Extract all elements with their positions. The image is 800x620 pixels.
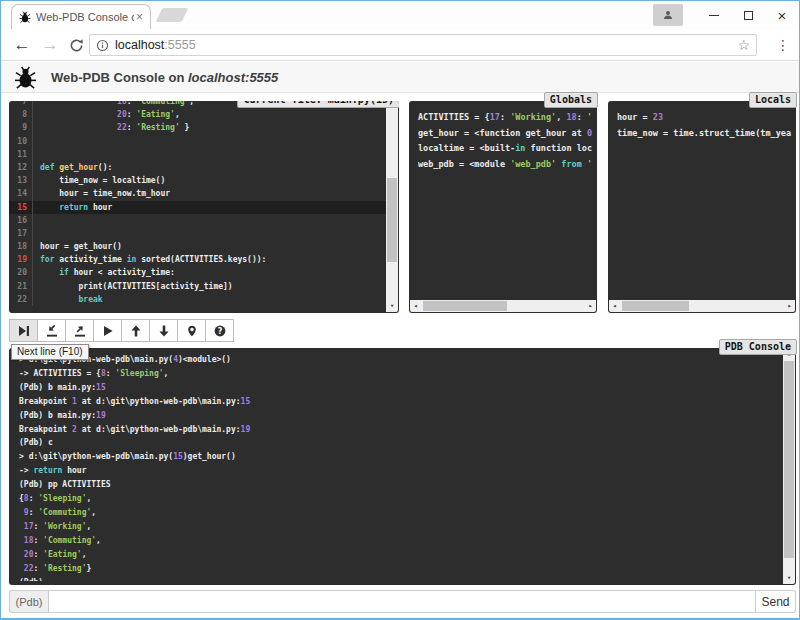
back-button[interactable]: ← <box>9 29 35 61</box>
browser-tab[interactable]: Web-PDB Console on loc × <box>11 4 151 29</box>
line-number: 18 <box>9 240 33 253</box>
scroll-left-icon[interactable]: ◂ <box>609 300 620 312</box>
line-number: 22 <box>9 293 33 306</box>
person-icon <box>662 9 674 21</box>
svg-text:?: ? <box>217 326 222 335</box>
map-marker-icon <box>186 325 198 337</box>
code-text: hour = get_hour() <box>40 242 122 251</box>
console-line: (Pdb) <box>19 576 780 582</box>
code-text: def get_hour(): <box>40 163 112 172</box>
address-bar[interactable]: localhost:5555 ☆ <box>89 34 757 56</box>
reload-icon <box>69 38 84 53</box>
continue-button[interactable] <box>93 319 122 342</box>
editor-code-lines: 7 18: 'Commuting',8 20: 'Eating',9 22: '… <box>9 101 386 313</box>
bookmark-star-icon[interactable]: ☆ <box>737 37 750 53</box>
code-text: hour = time_now.tm_hour <box>40 189 170 198</box>
console-line: -> ACTIVITIES = {8: 'Sleeping', <box>19 367 780 381</box>
step-over-icon <box>18 325 30 337</box>
close-button[interactable]: × <box>765 2 799 28</box>
browser-navbar: ← → localhost:5555 ☆ ⋮ <box>1 29 799 61</box>
browser-titlebar: Web-PDB Console on loc × × <box>1 1 799 29</box>
code-text: for activity_time in sorted(ACTIVITIES.k… <box>40 255 266 264</box>
scrollbar-thumb[interactable] <box>423 301 507 311</box>
scrollbar-thumb[interactable] <box>387 178 397 262</box>
code-editor-panel: Current file: main.py(15) 7 18: 'Commuti… <box>9 101 399 313</box>
step-out-button[interactable] <box>65 319 94 342</box>
line-number: 16 <box>9 214 33 227</box>
console-line: 17: 'Working', <box>19 520 780 534</box>
line-number: 17 <box>9 227 33 240</box>
page-title: Web-PDB Console on localhost:5555 <box>51 70 278 85</box>
code-text: 20: 'Eating', <box>40 110 180 119</box>
code-line: 10 <box>9 135 386 148</box>
scroll-left-icon[interactable]: ◂ <box>410 300 421 312</box>
next-line-button[interactable] <box>9 319 38 342</box>
bug-favicon-icon <box>19 11 31 23</box>
console-line: 22: 'Resting'} <box>19 562 780 576</box>
new-tab-button[interactable] <box>156 8 189 22</box>
line-number: 11 <box>9 148 33 161</box>
down-button[interactable] <box>149 319 178 342</box>
tab-close-icon[interactable]: × <box>134 11 145 23</box>
breakpoint-line-number: 15 <box>9 201 33 214</box>
editor-vertical-scrollbar[interactable]: ▾ <box>386 102 398 312</box>
maximize-button[interactable] <box>731 2 765 28</box>
scrollbar-thumb[interactable] <box>784 361 794 558</box>
page-info-icon[interactable] <box>96 39 109 52</box>
scroll-down-icon[interactable]: ▾ <box>783 573 795 584</box>
code-line: 8 20: 'Eating', <box>9 108 386 121</box>
line-number: 14 <box>9 187 33 200</box>
console-lines: > d:\git\python-web-pdb\main.py(4)<modul… <box>19 353 780 581</box>
scroll-right-icon[interactable]: ▸ <box>585 300 596 312</box>
breakpoint-line-number: 19 <box>9 253 33 266</box>
minimize-button[interactable] <box>697 2 731 28</box>
console-line: (Pdb) b main.py:15 <box>19 381 780 395</box>
scroll-right-icon[interactable]: ▸ <box>784 300 795 312</box>
command-input[interactable] <box>48 590 756 613</box>
step-out-icon <box>74 325 86 337</box>
line-number: 20 <box>9 266 33 279</box>
send-button[interactable]: Send <box>756 590 796 613</box>
app-header: Web-PDB Console on localhost:5555 <box>1 62 799 93</box>
up-button[interactable] <box>121 319 150 342</box>
console-line: 18: 'Commuting', <box>19 534 780 548</box>
step-into-button[interactable] <box>37 319 66 342</box>
play-icon <box>102 325 114 337</box>
scrollbar-thumb[interactable] <box>622 301 689 311</box>
browser-menu-button[interactable]: ⋮ <box>771 34 795 56</box>
locals-horizontal-scrollbar[interactable]: ◂ ▸ <box>609 300 795 312</box>
console-vertical-scrollbar[interactable]: ▴ ▾ <box>783 349 795 584</box>
scroll-down-icon[interactable]: ▾ <box>386 301 398 312</box>
console-line: (Pdb) c <box>19 436 780 450</box>
globals-panel: Globals ACTIVITIES = {17: 'Working', 18:… <box>409 101 597 313</box>
globals-horizontal-scrollbar[interactable]: ◂ ▸ <box>410 300 596 312</box>
console-line: (Pdb) b main.py:19 <box>19 409 780 423</box>
code-line: 17 <box>9 227 386 240</box>
arrow-down-icon <box>158 325 170 337</box>
console-line: 20: 'Eating', <box>19 548 780 562</box>
code-text: 18: 'Commuting', <box>40 101 194 106</box>
locals-badge: Locals <box>749 92 797 108</box>
code-line: 21 print(ACTIVITIES[activity_time]) <box>9 280 386 293</box>
help-button[interactable]: ? <box>205 319 234 342</box>
code-text: break <box>40 295 103 304</box>
console-line: -> return hour <box>19 464 780 478</box>
forward-button[interactable]: → <box>37 29 63 61</box>
current-file-badge: Current file: main.py(15) <box>237 101 399 108</box>
line-number: 8 <box>9 108 33 121</box>
where-button[interactable] <box>177 319 206 342</box>
code-line: 19for activity_time in sorted(ACTIVITIES… <box>9 253 386 266</box>
profile-button[interactable] <box>653 4 683 26</box>
code-line: 22 break <box>9 293 386 306</box>
pdb-console-panel: PDB Console > d:\git\python-web-pdb\main… <box>9 348 796 585</box>
variable-line: ACTIVITIES = {17: 'Working', 18: ' <box>418 110 595 126</box>
maximize-icon <box>744 11 753 20</box>
line-number: 12 <box>9 161 33 174</box>
code-line: 15 return hour <box>9 201 386 214</box>
code-text: 22: 'Resting' } <box>40 123 189 132</box>
reload-button[interactable] <box>63 29 89 61</box>
code-line: 12def get_hour(): <box>9 161 386 174</box>
code-text: return hour <box>40 203 112 212</box>
console-line: Breakpoint 2 at d:\git\python-web-pdb\ma… <box>19 423 780 437</box>
help-icon: ? <box>214 325 226 337</box>
